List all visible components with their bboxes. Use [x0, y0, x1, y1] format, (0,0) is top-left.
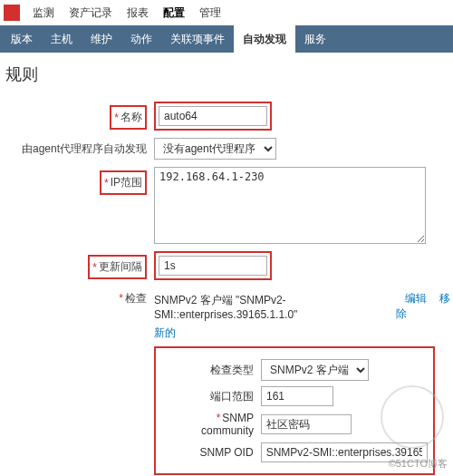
community-label: *SNMP community	[161, 412, 261, 437]
name-input[interactable]	[159, 106, 267, 126]
iprange-label: *IP范围	[0, 167, 154, 195]
iprange-input[interactable]: 192.168.64.1-230	[154, 167, 426, 244]
subnav-discovery[interactable]: 自动发现	[234, 25, 295, 53]
topnav-monitor[interactable]: 监测	[25, 5, 62, 21]
port-input[interactable]	[261, 386, 333, 406]
check-new-link[interactable]: 新的	[154, 326, 176, 339]
subnav-host[interactable]: 主机	[42, 25, 82, 53]
check-line: SNMPv2 客户端 "SNMPv2-SMI::enterprises.3916…	[154, 287, 453, 322]
subnav-services[interactable]: 服务	[295, 25, 335, 53]
topnav-config[interactable]: 配置	[156, 5, 192, 21]
type-label: 检查类型	[161, 363, 261, 378]
community-input[interactable]	[261, 414, 352, 434]
topnav-admin[interactable]: 管理	[192, 5, 228, 21]
oid-label: SNMP OID	[161, 446, 261, 459]
page-title: 规则	[0, 53, 453, 96]
topnav-reports[interactable]: 报表	[120, 5, 156, 21]
logo-icon	[4, 5, 20, 21]
sub-nav: 版本 主机 维护 动作 关联项事件 自动发现 服务	[0, 25, 453, 53]
top-nav: 监测 资产记录 报表 配置 管理	[0, 0, 453, 25]
subnav-correlation[interactable]: 关联项事件	[161, 25, 234, 53]
subnav-maintenance[interactable]: 维护	[82, 25, 121, 53]
subnav-action[interactable]: 动作	[121, 25, 161, 53]
type-select[interactable]: SNMPv2 客户端	[261, 359, 369, 381]
interval-label: *更新间隔	[0, 251, 154, 279]
watermark-seal-icon	[381, 385, 444, 449]
port-label: 端口范围	[161, 389, 261, 404]
agent-label: 由agent代理程序自动发现	[0, 138, 154, 157]
subnav-template[interactable]: 版本	[2, 25, 42, 53]
topnav-inventory[interactable]: 资产记录	[62, 5, 120, 21]
check-label: *检查	[0, 287, 154, 306]
name-label: *名称	[0, 102, 154, 130]
watermark-text: ©51CTO博客	[389, 457, 448, 471]
agent-select[interactable]: 没有agent代理程序	[154, 138, 276, 160]
check-edit-link[interactable]: 编辑	[405, 292, 427, 305]
interval-input[interactable]	[159, 256, 267, 276]
